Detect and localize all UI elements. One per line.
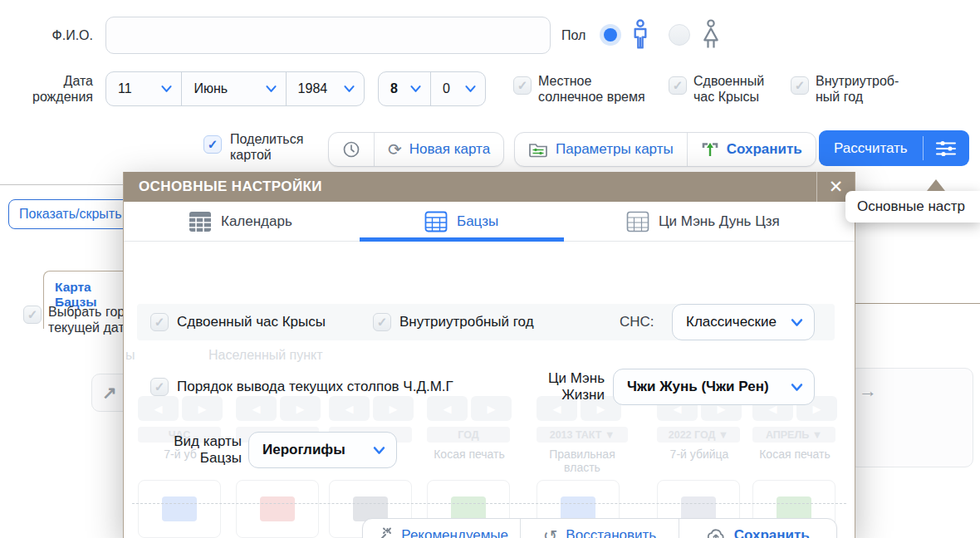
chart-actions-group-2: Параметры карты Сохранить [514,132,816,167]
tab-bazi[interactable]: Бацзы [424,202,498,242]
birthdate-label: Дата рождения [17,73,93,105]
chevron-down-icon [790,318,804,327]
restore-button[interactable]: ↺ Восстановить [521,519,679,538]
local-solar-label: Местное солнечное время [538,73,645,105]
select-city-label: Выбрать город для текущей даты [48,304,123,335]
intrauterine-year-label: Внутриутроб- ный год [816,73,899,105]
chart-view-label: Вид карты Бацзы [163,433,242,467]
modal-double-rat-label: Сдвоенный час Крысы [177,314,326,330]
intrauterine-year-checkbox[interactable]: ✓ [791,76,809,95]
calculate-button-group: Рассчитать [819,130,969,166]
new-chart-button[interactable]: ⟳ Новая карта [375,133,503,166]
chart-params-button[interactable]: Параметры карты [515,133,688,166]
male-icon [629,19,652,51]
gender-label: Пол [561,27,586,43]
day-select[interactable]: 11 [106,72,182,105]
modal-double-rat-checkbox[interactable]: ✓ [150,313,169,331]
modal-header: ОСНОВНЫЕ НАСТРОЙКИ ✕ [124,172,855,202]
left-panel-divider [0,184,123,185]
qimen-life-dropdown[interactable]: Чжи Жунь (Чжи Рен) [613,369,815,405]
select-city-checkbox[interactable]: ✓ [23,306,42,324]
close-icon: ✕ [829,177,844,197]
double-rat-hour-label: Сдвоенный час Крысы [693,73,764,105]
right-panel-divider [855,303,980,304]
local-solar-checkbox[interactable]: ✓ [513,76,532,95]
modal-footer: Рекомендуемые ↺ Восстановить Сохранить [362,518,837,538]
arrow-up-right-icon: ↗ [102,383,117,403]
sns-dropdown[interactable]: Классические [672,304,815,340]
share-chart-label: Поделиться картой [230,131,303,163]
year-select[interactable]: 1984 [287,72,364,105]
modal-title: ОСНОВНЫЕ НАСТРОЙКИ [124,179,816,195]
chevron-down-icon [790,383,804,392]
refresh-icon: ⟳ [388,141,402,158]
pillar-order-checkbox[interactable]: ✓ [150,378,169,396]
main-settings-button[interactable] [924,130,969,166]
modal-intrauterine-checkbox[interactable]: ✓ [373,313,391,331]
modal-intrauterine-label: Внутриутробный год [399,314,534,330]
birthdate-select-group: 11 Июнь 1984 [105,71,365,106]
hour-select[interactable]: 8 [379,72,431,105]
chart-actions-group-1: ⟳ Новая карта [328,132,504,167]
gender-male-radio[interactable] [600,24,621,46]
minute-select[interactable]: 0 [431,72,485,105]
tooltip-arrow [927,179,945,191]
undo-icon: ↺ [543,527,558,538]
folder-settings-icon [528,141,548,158]
calculate-button[interactable]: Рассчитать [819,130,923,166]
calendar-outline-blue-icon [424,211,448,232]
qimen-life-label: Ци Мэнь Жизни [532,370,605,404]
magic-wand-icon [375,526,393,538]
chevron-down-icon [372,446,386,455]
calendar-outline-gray-icon [626,211,649,232]
month-select[interactable]: Июнь [182,72,286,105]
gender-female-radio[interactable] [669,24,690,46]
modal-save-button[interactable]: Сохранить [679,519,836,538]
save-chart-button[interactable]: Сохранить [688,133,816,166]
clock-icon [342,140,360,159]
arrow-right-icon[interactable]: → [859,380,877,402]
sliders-icon [935,139,957,158]
share-chart-checkbox[interactable]: ✓ [203,135,222,154]
modal-content: ✓ Сдвоенный час Крысы ✓ Внутриутробный г… [124,202,855,538]
cloud-upload-icon [706,526,726,538]
upload-save-icon [701,140,719,159]
recommended-button[interactable]: Рекомендуемые [363,519,521,538]
chart-view-dropdown[interactable]: Иероглифы [248,432,397,468]
name-label: Ф.И.О. [17,27,93,43]
settings-tooltip: Основные настр [845,191,980,223]
birthtime-select-group: 8 0 [378,71,486,106]
tab-calendar[interactable]: Календарь [189,202,292,242]
calendar-filled-icon [189,211,212,232]
main-settings-modal: ь Версия про СНС кратко Иероглифы Здоров… [123,172,855,538]
tab-qimen[interactable]: Ци Мэнь Дунь Цзя [626,202,780,242]
female-icon [699,19,723,51]
modal-tabs: Календарь Бацзы Ци Мэнь Дунь Цзя [124,202,855,242]
double-rat-hour-checkbox[interactable]: ✓ [669,76,687,95]
sns-label: СНС: [620,314,654,330]
pillar-order-label: Порядок вывода текущих столпов Ч.Д.М.Г [177,379,453,395]
history-button[interactable] [329,133,375,166]
name-input[interactable] [105,17,551,54]
active-tab-underline [360,237,564,242]
